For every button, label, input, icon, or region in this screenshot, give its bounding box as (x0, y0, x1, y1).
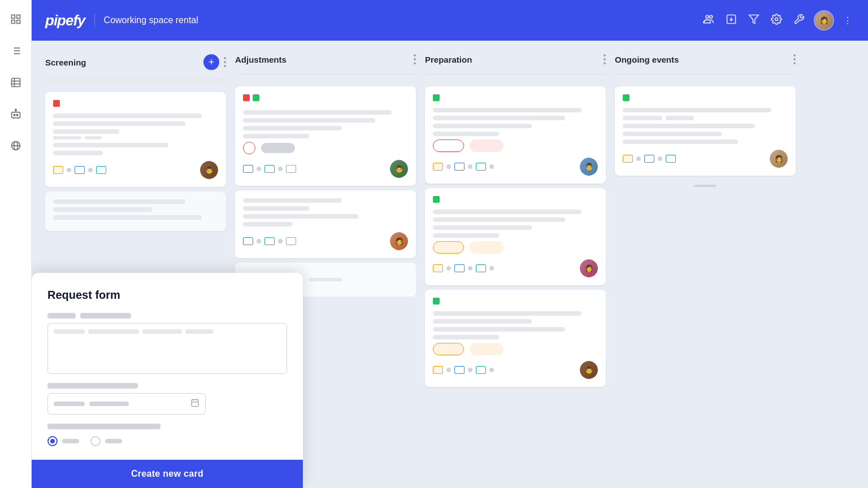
card-line (243, 198, 342, 203)
card-tag-green (433, 196, 440, 203)
card-icon-dot (67, 168, 71, 172)
card-screening-2[interactable] (45, 191, 226, 231)
card-preparation-2[interactable]: 👩 (425, 188, 606, 285)
card-icon-dot2 (278, 239, 283, 243)
card-line (53, 143, 168, 147)
svg-point-16 (16, 114, 18, 116)
card-preparation-1[interactable]: 👨 (425, 86, 606, 184)
scroll-indicator (615, 185, 796, 187)
form-panel-body: Request form (32, 273, 303, 460)
people-icon[interactable] (701, 11, 717, 29)
card-avatar: 👨 (390, 160, 408, 178)
radio-option-2[interactable] (90, 436, 122, 446)
card-tag-green (253, 94, 259, 101)
card-line (243, 206, 309, 211)
svg-point-29 (775, 18, 778, 21)
status-tag-orange2 (470, 343, 504, 355)
date-skels (54, 402, 186, 406)
card-icon-blue (454, 264, 465, 272)
board-area: Screening + (32, 41, 868, 488)
card-adjustments-2[interactable]: 👩 (235, 190, 416, 258)
card-icon-dot (257, 167, 261, 171)
svg-rect-2 (11, 20, 15, 24)
card-icons (433, 163, 494, 171)
card-line (53, 114, 202, 118)
card-icon-dot3 (489, 266, 494, 271)
radio-empty[interactable] (90, 436, 101, 446)
radio-label-2 (105, 439, 122, 443)
header-title: Coworking space rental (104, 15, 198, 25)
card-icon-dot3 (489, 368, 494, 372)
column-progress-ongoing (615, 73, 796, 75)
card-line (433, 335, 499, 339)
pipefy-logo: pipefy (45, 12, 85, 29)
card-footer: 👨 (433, 158, 598, 176)
card-footer: 👩 (243, 232, 408, 250)
card-line (623, 116, 662, 120)
card-avatar: 👩 (580, 259, 598, 277)
create-card-button[interactable]: Create new card (32, 460, 303, 488)
card-icon-blue (454, 366, 465, 374)
placeholder-line (309, 278, 342, 281)
column-more-ongoing[interactable] (793, 54, 796, 64)
filter-icon[interactable] (746, 11, 762, 29)
column-progress-adjustments (235, 73, 416, 75)
card-screening-1[interactable]: 👨 (45, 92, 226, 187)
header-divider (94, 14, 95, 27)
card-preparation-3[interactable]: 👨 (425, 290, 606, 387)
sidebar-item-grid[interactable] (6, 9, 26, 29)
radio-option-1[interactable] (47, 436, 79, 446)
card-adjustments-1[interactable]: 👨 (235, 86, 416, 186)
header-actions: 👩 ⋮ (701, 10, 854, 30)
settings-icon[interactable] (769, 11, 784, 29)
card-line (243, 126, 342, 130)
card-line (433, 132, 499, 136)
sidebar-item-table[interactable] (6, 72, 26, 93)
card-line (243, 134, 309, 138)
card-icon-dot (446, 266, 451, 271)
svg-point-24 (706, 15, 709, 18)
sidebar-item-list[interactable] (6, 41, 26, 61)
card-icon-dot2 (278, 167, 283, 171)
add-card-screening-button[interactable]: + (203, 54, 219, 70)
header-more-icon[interactable]: ⋮ (841, 13, 854, 28)
card-line (433, 311, 581, 316)
card-icon-dot2 (468, 164, 472, 169)
card-icon-orange (433, 264, 443, 272)
radio-label-1 (62, 439, 79, 443)
column-header-screening: Screening + (45, 54, 226, 70)
card-line (433, 217, 565, 222)
card-icon-teal (476, 163, 486, 171)
card-icon-dot2 (88, 168, 93, 172)
card-line (53, 121, 185, 126)
radio-filled[interactable] (47, 436, 58, 446)
column-ongoing: Ongoing events (615, 54, 796, 474)
column-more-preparation[interactable] (604, 54, 606, 64)
card-line (53, 199, 185, 204)
wrench-icon[interactable] (791, 11, 807, 29)
column-more-screening[interactable] (224, 57, 226, 67)
card-footer: 👨 (433, 361, 598, 379)
card-icon-blue (243, 237, 253, 245)
card-ongoing-1[interactable]: 👩 (615, 86, 796, 176)
import-icon[interactable] (723, 11, 739, 29)
card-line (243, 118, 375, 123)
status-tag-orange2 (470, 241, 504, 254)
sidebar-item-bot[interactable] (6, 104, 26, 124)
header-user-avatar[interactable]: 👩 (814, 10, 834, 30)
svg-point-18 (15, 109, 16, 111)
svg-rect-10 (11, 79, 20, 87)
card-icon-dot2 (468, 368, 472, 372)
card-icon-dot (446, 164, 451, 169)
form-textarea-wrapper (47, 323, 287, 374)
svg-point-15 (14, 114, 15, 116)
main-content: pipefy Coworking space rental (32, 0, 868, 488)
column-more-adjustments[interactable] (414, 54, 416, 64)
sidebar-item-globe[interactable] (6, 136, 26, 156)
card-icon-teal (96, 166, 106, 174)
status-skel (261, 143, 295, 153)
card-icon-blue (454, 163, 465, 171)
status-tag-outline-red (433, 140, 464, 152)
status-tag-outline (243, 142, 255, 154)
form-date-input[interactable] (47, 393, 206, 415)
